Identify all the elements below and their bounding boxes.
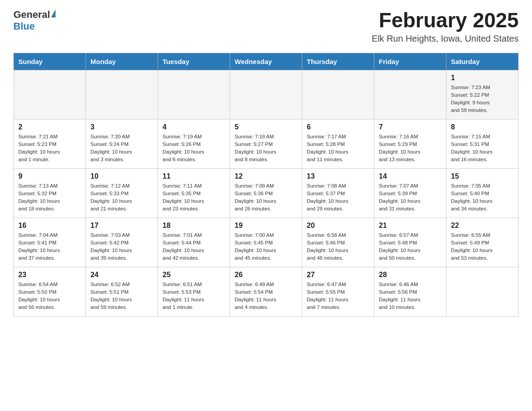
day-number: 12 — [235, 172, 297, 180]
day-number: 14 — [379, 172, 442, 180]
day-number: 24 — [90, 271, 153, 279]
calendar-cell: 24Sunrise: 6:52 AM Sunset: 5:51 PM Dayli… — [86, 267, 158, 316]
calendar-table: SundayMondayTuesdayWednesdayThursdayFrid… — [13, 53, 519, 317]
day-number: 1 — [451, 74, 514, 82]
calendar-cell: 27Sunrise: 6:47 AM Sunset: 5:55 PM Dayli… — [302, 267, 374, 316]
day-of-week-header: Saturday — [446, 53, 519, 70]
day-number: 28 — [379, 271, 442, 279]
calendar-cell: 9Sunrise: 7:13 AM Sunset: 5:32 PM Daylig… — [14, 168, 86, 218]
logo: General Blue — [13, 9, 56, 32]
day-info: Sunrise: 7:23 AM Sunset: 5:22 PM Dayligh… — [451, 84, 514, 115]
logo-general-text: General — [13, 9, 50, 21]
calendar-header-row: SundayMondayTuesdayWednesdayThursdayFrid… — [14, 53, 519, 70]
day-number: 19 — [235, 222, 297, 230]
calendar-cell: 7Sunrise: 7:16 AM Sunset: 5:29 PM Daylig… — [374, 119, 446, 168]
day-of-week-header: Thursday — [302, 53, 374, 70]
day-number: 10 — [90, 172, 153, 180]
day-number: 15 — [451, 172, 514, 180]
calendar-cell — [230, 70, 302, 119]
day-number: 11 — [163, 172, 225, 180]
calendar-week-row: 9Sunrise: 7:13 AM Sunset: 5:32 PM Daylig… — [14, 168, 519, 218]
day-number: 21 — [379, 222, 442, 230]
day-number: 7 — [379, 123, 442, 131]
calendar-week-row: 1Sunrise: 7:23 AM Sunset: 5:22 PM Daylig… — [14, 70, 519, 119]
calendar-cell — [374, 70, 446, 119]
day-info: Sunrise: 6:47 AM Sunset: 5:55 PM Dayligh… — [307, 281, 369, 312]
day-number: 23 — [18, 271, 81, 279]
calendar-cell: 23Sunrise: 6:54 AM Sunset: 5:50 PM Dayli… — [14, 267, 86, 316]
day-info: Sunrise: 6:46 AM Sunset: 5:56 PM Dayligh… — [379, 281, 442, 312]
calendar-cell: 6Sunrise: 7:17 AM Sunset: 5:28 PM Daylig… — [302, 119, 374, 168]
calendar-cell: 28Sunrise: 6:46 AM Sunset: 5:56 PM Dayli… — [374, 267, 446, 316]
day-number: 8 — [451, 123, 514, 131]
logo-triangle-icon — [51, 9, 56, 17]
calendar-cell — [158, 70, 230, 119]
calendar-cell — [446, 267, 519, 316]
calendar-cell: 2Sunrise: 7:21 AM Sunset: 5:23 PM Daylig… — [14, 119, 86, 168]
calendar-cell — [302, 70, 374, 119]
calendar-cell: 5Sunrise: 7:18 AM Sunset: 5:27 PM Daylig… — [230, 119, 302, 168]
day-info: Sunrise: 7:04 AM Sunset: 5:41 PM Dayligh… — [18, 231, 81, 262]
calendar-cell: 11Sunrise: 7:11 AM Sunset: 5:35 PM Dayli… — [158, 168, 230, 218]
day-number: 26 — [235, 271, 297, 279]
day-info: Sunrise: 6:52 AM Sunset: 5:51 PM Dayligh… — [90, 281, 153, 312]
day-number: 16 — [18, 222, 81, 230]
location-title: Elk Run Heights, Iowa, United States — [372, 34, 519, 44]
day-of-week-header: Friday — [374, 53, 446, 70]
calendar-cell: 15Sunrise: 7:05 AM Sunset: 5:40 PM Dayli… — [446, 168, 519, 218]
day-info: Sunrise: 7:13 AM Sunset: 5:32 PM Dayligh… — [18, 182, 81, 213]
day-info: Sunrise: 7:18 AM Sunset: 5:27 PM Dayligh… — [235, 133, 297, 164]
day-number: 6 — [307, 123, 369, 131]
day-info: Sunrise: 6:57 AM Sunset: 5:48 PM Dayligh… — [379, 231, 442, 262]
day-number: 18 — [163, 222, 225, 230]
calendar-cell — [14, 70, 86, 119]
calendar-cell: 4Sunrise: 7:19 AM Sunset: 5:26 PM Daylig… — [158, 119, 230, 168]
calendar-week-row: 16Sunrise: 7:04 AM Sunset: 5:41 PM Dayli… — [14, 218, 519, 267]
day-info: Sunrise: 7:01 AM Sunset: 5:44 PM Dayligh… — [163, 231, 225, 262]
calendar-cell: 18Sunrise: 7:01 AM Sunset: 5:44 PM Dayli… — [158, 218, 230, 267]
day-info: Sunrise: 7:11 AM Sunset: 5:35 PM Dayligh… — [163, 182, 225, 213]
calendar-week-row: 23Sunrise: 6:54 AM Sunset: 5:50 PM Dayli… — [14, 267, 519, 316]
day-of-week-header: Wednesday — [230, 53, 302, 70]
day-number: 22 — [451, 222, 514, 230]
calendar-cell: 25Sunrise: 6:51 AM Sunset: 5:53 PM Dayli… — [158, 267, 230, 316]
day-of-week-header: Tuesday — [158, 53, 230, 70]
day-info: Sunrise: 7:15 AM Sunset: 5:31 PM Dayligh… — [451, 133, 514, 164]
day-info: Sunrise: 7:16 AM Sunset: 5:29 PM Dayligh… — [379, 133, 442, 164]
day-number: 13 — [307, 172, 369, 180]
day-info: Sunrise: 6:49 AM Sunset: 5:54 PM Dayligh… — [235, 281, 297, 312]
day-info: Sunrise: 7:05 AM Sunset: 5:40 PM Dayligh… — [451, 182, 514, 213]
month-title: February 2025 — [372, 9, 519, 32]
day-info: Sunrise: 6:51 AM Sunset: 5:53 PM Dayligh… — [163, 281, 225, 312]
calendar-cell: 8Sunrise: 7:15 AM Sunset: 5:31 PM Daylig… — [446, 119, 519, 168]
day-number: 9 — [18, 172, 81, 180]
day-info: Sunrise: 7:08 AM Sunset: 5:37 PM Dayligh… — [307, 182, 369, 213]
calendar-cell: 19Sunrise: 7:00 AM Sunset: 5:45 PM Dayli… — [230, 218, 302, 267]
day-number: 2 — [18, 123, 81, 131]
calendar-cell: 10Sunrise: 7:12 AM Sunset: 5:33 PM Dayli… — [86, 168, 158, 218]
calendar-cell: 16Sunrise: 7:04 AM Sunset: 5:41 PM Dayli… — [14, 218, 86, 267]
day-info: Sunrise: 7:17 AM Sunset: 5:28 PM Dayligh… — [307, 133, 369, 164]
day-of-week-header: Monday — [86, 53, 158, 70]
day-info: Sunrise: 7:19 AM Sunset: 5:26 PM Dayligh… — [163, 133, 225, 164]
day-info: Sunrise: 7:09 AM Sunset: 5:36 PM Dayligh… — [235, 182, 297, 213]
calendar-cell: 22Sunrise: 6:55 AM Sunset: 5:49 PM Dayli… — [446, 218, 519, 267]
day-info: Sunrise: 6:55 AM Sunset: 5:49 PM Dayligh… — [451, 231, 514, 262]
calendar-cell: 3Sunrise: 7:20 AM Sunset: 5:24 PM Daylig… — [86, 119, 158, 168]
day-number: 5 — [235, 123, 297, 131]
day-number: 3 — [90, 123, 153, 131]
day-info: Sunrise: 7:20 AM Sunset: 5:24 PM Dayligh… — [90, 133, 153, 164]
calendar-cell: 26Sunrise: 6:49 AM Sunset: 5:54 PM Dayli… — [230, 267, 302, 316]
calendar-cell: 1Sunrise: 7:23 AM Sunset: 5:22 PM Daylig… — [446, 70, 519, 119]
day-info: Sunrise: 7:07 AM Sunset: 5:39 PM Dayligh… — [379, 182, 442, 213]
calendar-cell: 21Sunrise: 6:57 AM Sunset: 5:48 PM Dayli… — [374, 218, 446, 267]
calendar-cell — [86, 70, 158, 119]
day-info: Sunrise: 7:21 AM Sunset: 5:23 PM Dayligh… — [18, 133, 81, 164]
day-info: Sunrise: 7:12 AM Sunset: 5:33 PM Dayligh… — [90, 182, 153, 213]
title-area: February 2025 Elk Run Heights, Iowa, Uni… — [372, 9, 519, 44]
day-number: 20 — [307, 222, 369, 230]
day-number: 27 — [307, 271, 369, 279]
day-info: Sunrise: 6:58 AM Sunset: 5:46 PM Dayligh… — [307, 231, 369, 262]
page-header: General Blue February 2025 Elk Run Heigh… — [13, 9, 519, 44]
calendar-cell: 14Sunrise: 7:07 AM Sunset: 5:39 PM Dayli… — [374, 168, 446, 218]
